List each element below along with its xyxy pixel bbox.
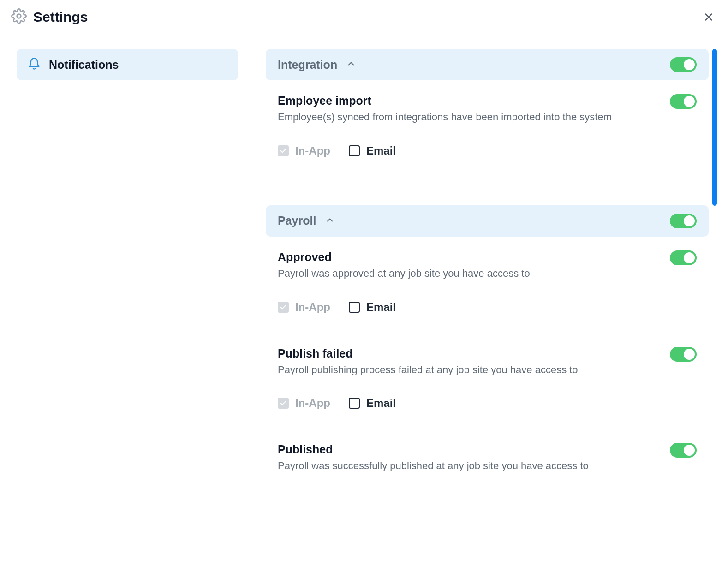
- item-toggle-employee-import[interactable]: [670, 94, 697, 109]
- checkbox-email[interactable]: [349, 145, 360, 156]
- header-left: Settings: [11, 8, 88, 26]
- item-desc: Payroll was successfully published at an…: [278, 459, 656, 473]
- channel-label-email: Email: [366, 301, 396, 314]
- channel-label-email: Email: [366, 397, 396, 410]
- channel-email: Email: [349, 144, 396, 157]
- channel-in-app: In-App: [278, 144, 330, 157]
- item-title: Employee import: [278, 94, 656, 107]
- section-title: Payroll: [278, 214, 316, 227]
- content: Notifications Integration Employee impor…: [0, 26, 728, 521]
- sidebar-item-label: Notifications: [49, 58, 119, 72]
- channel-in-app: In-App: [278, 397, 330, 410]
- item-desc: Employee(s) synced from integrations hav…: [278, 110, 656, 125]
- item-texts: Approved Payroll was approved at any job…: [278, 250, 656, 281]
- channel-email: Email: [349, 301, 396, 314]
- channel-email: Email: [349, 397, 396, 410]
- item-head: Employee import Employee(s) synced from …: [278, 94, 697, 125]
- channel-label-email: Email: [366, 144, 396, 157]
- item-head: Publish failed Payroll publishing proces…: [278, 347, 697, 377]
- section-title: Integration: [278, 58, 337, 72]
- notification-item-employee-import: Employee import Employee(s) synced from …: [266, 94, 709, 173]
- chevron-up-icon: [325, 215, 334, 226]
- section-header-integration[interactable]: Integration: [266, 49, 709, 80]
- chevron-up-icon: [346, 59, 356, 70]
- item-desc: Payroll was approved at any job site you…: [278, 267, 656, 281]
- channel-label-in-app: In-App: [295, 144, 330, 157]
- item-toggle-publish-failed[interactable]: [670, 347, 697, 362]
- sidebar: Notifications: [17, 49, 238, 521]
- close-button[interactable]: [700, 9, 717, 25]
- item-texts: Employee import Employee(s) synced from …: [278, 94, 656, 125]
- checkbox-in-app: [278, 145, 289, 156]
- channel-label-in-app: In-App: [295, 397, 330, 410]
- gear-icon: [11, 8, 27, 26]
- item-title: Approved: [278, 250, 656, 264]
- channel-row: In-App Email: [278, 136, 697, 157]
- checkbox-email[interactable]: [349, 302, 360, 313]
- checkbox-in-app: [278, 302, 289, 313]
- checkbox-in-app: [278, 398, 289, 409]
- page-title: Settings: [33, 9, 88, 25]
- item-toggle-approved[interactable]: [670, 250, 697, 265]
- notification-item-published: Published Payroll was successfully publi…: [266, 443, 709, 489]
- item-texts: Publish failed Payroll publishing proces…: [278, 347, 656, 377]
- sidebar-item-notifications[interactable]: Notifications: [17, 49, 238, 80]
- channel-row: In-App Email: [278, 388, 697, 410]
- bell-icon: [28, 57, 41, 72]
- checkbox-email[interactable]: [349, 398, 360, 409]
- section-payroll: Payroll Approved Payroll was approved at…: [266, 205, 709, 489]
- item-head: Published Payroll was successfully publi…: [278, 443, 697, 473]
- header: Settings: [0, 0, 728, 26]
- svg-point-0: [17, 14, 21, 18]
- main-panel: Integration Employee import Employee(s) …: [266, 49, 717, 521]
- item-title: Publish failed: [278, 347, 656, 360]
- section-integration: Integration Employee import Employee(s) …: [266, 49, 709, 173]
- item-title: Published: [278, 443, 656, 456]
- item-texts: Published Payroll was successfully publi…: [278, 443, 656, 473]
- item-desc: Payroll publishing process failed at any…: [278, 363, 656, 377]
- channel-in-app: In-App: [278, 301, 330, 314]
- channel-row: In-App Email: [278, 292, 697, 314]
- notification-item-publish-failed: Publish failed Payroll publishing proces…: [266, 347, 709, 426]
- notification-item-approved: Approved Payroll was approved at any job…: [266, 250, 709, 329]
- section-header-left: Integration: [278, 58, 356, 72]
- item-toggle-published[interactable]: [670, 443, 697, 458]
- section-toggle-integration[interactable]: [670, 57, 697, 72]
- scrollbar-thumb[interactable]: [712, 49, 717, 206]
- section-header-left: Payroll: [278, 214, 334, 227]
- channel-label-in-app: In-App: [295, 301, 330, 314]
- section-toggle-payroll[interactable]: [670, 214, 697, 228]
- section-header-payroll[interactable]: Payroll: [266, 205, 709, 237]
- item-head: Approved Payroll was approved at any job…: [278, 250, 697, 281]
